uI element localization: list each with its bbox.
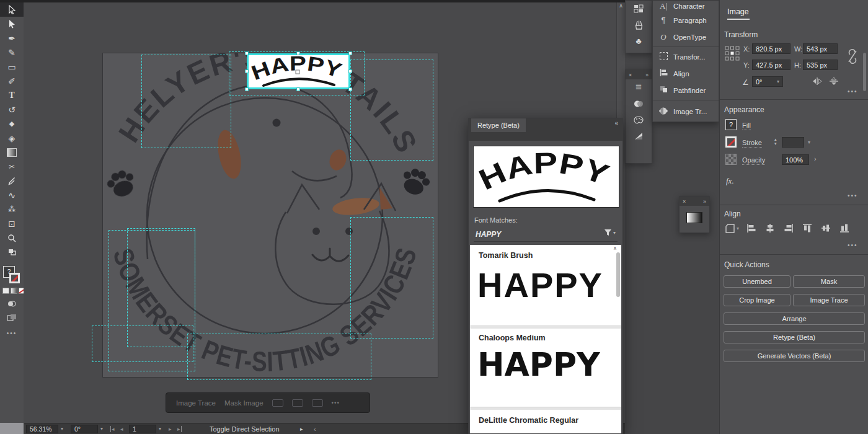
image-trace-button[interactable]: Image Trace — [793, 294, 865, 306]
selection-handle[interactable] — [296, 87, 300, 91]
font-match-row[interactable]: Tomarik Brush HAPPY — [470, 245, 621, 326]
color-panel-icon[interactable] — [626, 112, 652, 128]
artboard-tool[interactable]: ⊡ — [0, 216, 24, 231]
font-match-row[interactable]: DeLittle Chromatic Regular — [470, 410, 621, 433]
stepper-up-icon[interactable]: ▴ — [774, 137, 777, 141]
panel-item-character[interactable]: A| Character — [653, 1, 719, 12]
first-artboard-icon[interactable]: ◂ — [110, 426, 115, 432]
draw-mode-control[interactable] — [0, 310, 24, 324]
toolbar-more-button[interactable]: ••• — [0, 326, 24, 340]
color-swatch[interactable] — [2, 288, 9, 294]
selection-handle[interactable] — [245, 69, 249, 73]
next-artboard-icon[interactable]: ▸ — [169, 426, 172, 432]
effects-button[interactable]: fx. — [726, 176, 734, 186]
gradient-swatch-button[interactable] — [680, 206, 709, 229]
pen-tool[interactable]: ✒ — [0, 31, 24, 45]
constrain-proportions-toggle[interactable] — [846, 47, 859, 68]
gradient-tool[interactable] — [0, 145, 24, 159]
blend-tool[interactable] — [0, 296, 24, 311]
zoom-tool[interactable] — [0, 231, 24, 245]
zoom-dropdown-icon[interactable]: ▾ — [61, 426, 63, 432]
selection-handle[interactable] — [245, 51, 249, 55]
taskbar-icon-button[interactable] — [292, 399, 303, 407]
swap-fill-stroke[interactable] — [0, 245, 24, 259]
hint-expand-icon[interactable]: ▸ — [300, 426, 303, 432]
align-top-button[interactable] — [800, 223, 814, 233]
zoom-level-field[interactable]: 56.31% — [26, 425, 58, 433]
expand-panels-icon[interactable]: » — [645, 72, 649, 78]
w-input[interactable]: 543 px — [803, 43, 838, 54]
brushes-panel-icon[interactable] — [626, 17, 652, 33]
panel-item-transform[interactable]: Transfor... — [653, 48, 719, 65]
arrange-button[interactable]: Arrange — [724, 312, 865, 325]
hint-back-icon[interactable]: ‹ — [314, 425, 316, 433]
panel-item-paragraph[interactable]: ¶ Paragraph — [653, 12, 719, 29]
stepper-down-icon[interactable]: ▾ — [774, 141, 777, 146]
eyedropper-tool[interactable] — [0, 174, 24, 188]
layers-panel-icon[interactable]: ≡ — [626, 79, 652, 95]
fill-swatch[interactable]: ? — [725, 119, 737, 130]
paintbrush-tool[interactable]: ✐ — [0, 74, 24, 88]
expand-panels-icon[interactable]: » — [703, 198, 706, 205]
mask-button[interactable]: Mask — [793, 275, 865, 288]
retype-tab[interactable]: Retype (Beta) — [471, 118, 526, 132]
selection-handle[interactable] — [296, 51, 300, 55]
stroke-label[interactable]: Stroke — [742, 139, 762, 148]
filter-button[interactable]: ▾ — [604, 229, 616, 236]
collapse-icon[interactable]: « — [614, 120, 618, 126]
taskbar-image-trace-button[interactable]: Image Trace — [176, 399, 216, 407]
font-match-row[interactable]: Chaloops Medium HAPPY — [470, 329, 621, 407]
panel-item-opentype[interactable]: O OpenType — [653, 29, 719, 45]
selection-tool[interactable] — [0, 2, 24, 17]
artboard-number-field[interactable]: 1 — [129, 425, 156, 433]
taskbar-mask-image-button[interactable]: Mask Image — [224, 399, 264, 407]
symbol-sprayer-tool[interactable]: ⁂ — [0, 202, 24, 216]
selected-happy-object[interactable]: HAPPY — [247, 53, 350, 89]
align-center-vertical-button[interactable] — [819, 223, 833, 233]
direct-selection-tool[interactable] — [0, 17, 24, 31]
rectangle-tool[interactable]: ▭ — [0, 60, 24, 74]
retype-beta-button[interactable]: Retype (Beta) — [724, 331, 865, 343]
panel-item-align[interactable]: Align — [653, 65, 719, 82]
shape-builder-tool[interactable]: ◈ — [0, 131, 24, 145]
close-icon[interactable]: × — [683, 198, 686, 205]
opacity-swatch[interactable] — [725, 154, 737, 165]
flip-vertical-button[interactable] — [829, 77, 839, 88]
stroke-weight-stepper[interactable]: ▴ ▾ — [774, 137, 777, 146]
opacity-label[interactable]: Opacity — [742, 156, 765, 165]
selection-handle[interactable] — [348, 87, 352, 91]
fill-label[interactable]: Fill — [742, 122, 751, 130]
align-bottom-button[interactable] — [838, 223, 851, 233]
gradient-swatch[interactable] — [11, 288, 17, 294]
curvature-tool[interactable]: ✎ — [0, 45, 24, 60]
align-more-options[interactable]: ••• — [848, 242, 858, 249]
x-input[interactable]: 820.5 px — [752, 43, 790, 54]
last-artboard-icon[interactable]: ▸ — [177, 426, 182, 432]
align-to-selector[interactable]: ▾ — [725, 223, 739, 234]
align-center-horizontal-button[interactable] — [763, 223, 777, 233]
opacity-input[interactable]: 100% — [782, 154, 809, 165]
knife-tool[interactable]: ✂ — [0, 159, 24, 174]
eraser-tool[interactable]: ◆ — [0, 117, 24, 131]
properties-title-tab[interactable]: Image — [727, 7, 750, 20]
appearance-more-options[interactable]: ••• — [848, 192, 858, 199]
taskbar-icon-button[interactable] — [272, 399, 283, 407]
selection-handle[interactable] — [348, 69, 352, 73]
align-right-button[interactable] — [782, 223, 795, 233]
transform-more-options[interactable]: ••• — [848, 88, 858, 95]
close-icon[interactable]: × — [629, 72, 632, 78]
panel-scrollbar-thumb[interactable] — [863, 53, 866, 91]
taskbar-more-button[interactable]: ••• — [332, 399, 340, 406]
stroke-weight-input[interactable] — [782, 137, 804, 148]
artboard-dropdown-icon[interactable]: ▾ — [159, 426, 161, 432]
generate-vectors-button[interactable]: Generate Vectors (Beta) — [724, 350, 865, 362]
list-scrollbar-thumb[interactable] — [616, 252, 620, 297]
rotation-input[interactable]: 0° ▾ — [752, 76, 783, 87]
stroke-swatch[interactable] — [725, 136, 737, 148]
scroll-up-arrow[interactable]: ∧ — [619, 2, 623, 9]
crop-image-button[interactable]: Crop Image — [724, 294, 790, 306]
reference-point-locator[interactable] — [725, 46, 740, 63]
h-input[interactable]: 535 px — [803, 60, 838, 70]
selection-handle[interactable] — [245, 87, 249, 91]
taskbar-icon-button[interactable] — [312, 399, 323, 407]
